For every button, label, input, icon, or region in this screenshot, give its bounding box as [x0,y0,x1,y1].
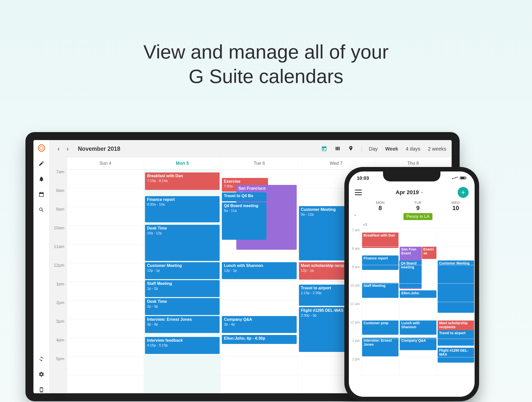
marketing-headline: View and manage all of your G Suite cale… [0,0,532,88]
month-title: November 2018 [78,146,120,152]
phone-calendar-event[interactable]: Q4 Board meeting [399,260,421,288]
calendar-event[interactable]: Breakfast with Dan7:15a - 8:15a [145,172,220,190]
phone-notch [383,171,440,181]
hour-label: 1pm [49,282,67,300]
toolbar-divider [362,145,362,152]
more-events-toggle[interactable]: +2 [349,222,475,228]
phone-day-headers: MON8TUE9WED10⌄Penny in LA [349,200,475,222]
view-day[interactable]: Day [369,146,378,152]
calendar-event[interactable]: Desk Time2p - 3p [145,298,220,315]
hour-label: 12pm [49,263,67,282]
device-icon[interactable] [38,386,45,393]
phone-calendar-event[interactable]: Customer Meeting [438,260,474,313]
allday-event[interactable]: Penny in LA [403,213,432,220]
day-header[interactable]: Tue 6 [221,158,297,169]
svg-point-1 [454,178,455,179]
view-week[interactable]: Week [385,146,398,152]
day-header[interactable]: Sun 4 [67,158,144,169]
columns-icon[interactable] [335,146,341,152]
svg-point-2 [455,177,456,178]
calendar-event[interactable]: Customer Meeting12p - 1p [145,262,220,279]
phone-day-header[interactable]: TUE9 [399,200,437,212]
day-column: Tue 6Exercise7:30a - San Francisco:15aTr… [221,158,298,393]
gear-icon[interactable] [38,371,45,378]
phone-hour-gutter: 7 am8 am9 am10 am11 am12 pm1 pm2 pm [349,228,361,376]
calendar-event[interactable]: Interview feedback4:15p - 5:15p [145,337,220,354]
today-icon[interactable] [321,146,328,152]
hour-label: 4pm [49,338,67,356]
calendar-toolbar: ‹ › November 2018 Day [49,140,452,158]
view-switcher: Day Week 4 days 2 weeks [369,146,446,152]
hour-label: 7am [49,169,67,188]
hour-label: 10am [49,226,67,244]
menu-icon[interactable] [355,190,362,195]
phone-calendar-event[interactable]: Exerci se [422,246,436,259]
phone-calendar-event[interactable]: Staff Meeting [362,283,399,298]
calendar-event[interactable]: Company Q&A3p - 4p [222,316,296,333]
search-icon[interactable] [38,206,45,213]
calendar-event[interactable]: Lunch with Shannon12p - 1p [222,262,296,279]
phone-calendar-event[interactable]: Ellen:John [400,290,436,298]
phone-clock: 10:03 [357,175,369,181]
hour-label: 3pm [49,319,67,338]
sync-icon[interactable] [38,355,45,362]
prev-month-button[interactable]: ‹ [55,145,62,153]
app-sidebar [33,140,49,393]
phone-indicators [452,175,467,181]
hour-label: 5pm [49,356,67,375]
calendar-event[interactable]: Interview: Ernest Jones3p - 4p [145,316,220,333]
phone-day-header[interactable]: MON8 [361,200,399,212]
phone-calendar-event[interactable]: Company Q&A [400,338,436,350]
hour-label: 11am [49,244,67,263]
allday-row: Penny in LA [361,212,475,222]
svg-rect-5 [461,177,465,179]
add-event-button[interactable]: + [458,187,469,198]
expand-allday-icon[interactable]: ⌄ [349,212,361,222]
chevron-down-icon [420,191,424,194]
svg-point-0 [452,178,453,179]
phone-day-header[interactable]: WED10 [437,200,475,212]
calendar-event[interactable]: Desk Time10a - 12p [145,225,220,261]
phone-calendar-grid: 7 am8 am9 am10 am11 am12 pm1 pm2 pmBreak… [349,228,475,376]
svg-rect-6 [466,177,466,178]
hour-label: 2pm [49,300,67,319]
bell-icon[interactable] [38,175,45,182]
view-4days[interactable]: 4 days [406,146,420,152]
day-column: Sun 4 [67,158,144,393]
phone-calendar-event[interactable]: Breakfast with Dan [362,233,399,248]
calendar-event[interactable]: Ellen:John, 4p - 4:30p [222,335,296,344]
svg-point-3 [457,177,458,178]
phone-calendar-event[interactable]: Customer prep [362,320,399,335]
phone-calendar-event[interactable]: Flight #1295 DEL-WAS [438,348,474,363]
next-month-button[interactable]: › [64,145,71,153]
phone-device: 10:03 Apr 2019 + MON8TUE9WED10⌄Penny in … [344,167,479,401]
location-icon[interactable] [348,146,355,152]
hour-label: 9am [49,207,67,226]
calendar-event[interactable]: Travel to Q4 Bo [222,192,266,201]
day-header[interactable]: Mon 5 [144,158,221,169]
phone-calendar-event[interactable]: Interview: Ernest Jones [362,338,399,356]
calendar-icon[interactable] [38,191,45,198]
phone-calendar-event[interactable]: Lunch with Shannon [400,320,436,335]
calendar-event[interactable]: Q4 Board meeting9a - 11a [222,202,266,240]
phone-screen: 10:03 Apr 2019 + MON8TUE9WED10⌄Penny in … [349,171,475,397]
phone-calendar-event[interactable]: Finance report [362,255,399,270]
phone-toolbar: Apr 2019 + [349,185,475,200]
hour-gutter: 7am8am9am10am11am12pm1pm2pm3pm4pm5pm [49,158,67,393]
day-column: Mon 5Breakfast with Dan7:15a - 8:15aFina… [144,158,221,393]
phone-month-title[interactable]: Apr 2019 [396,189,424,196]
app-logo-icon[interactable] [38,145,45,152]
view-2weeks[interactable]: 2 weeks [428,146,446,152]
phone-calendar-event[interactable]: Travel to airport [438,330,474,346]
calendar-event[interactable]: Staff Meeting1p - 2p [145,280,220,297]
calendar-event[interactable]: Finance report8:30a - 10a [145,196,220,222]
hour-label: 8am [49,188,67,207]
edit-icon[interactable] [38,160,45,167]
